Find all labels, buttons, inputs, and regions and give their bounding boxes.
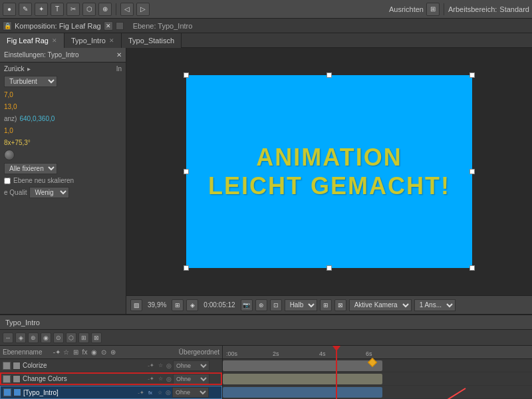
checkbox-label-1: Ebene neu skalieren	[13, 177, 74, 184]
quality-select[interactable]: Halb	[285, 299, 317, 311]
value-3: 640,0,360,0	[19, 115, 55, 122]
handle-tm[interactable]	[327, 72, 332, 78]
tab-fig-leaf-rag[interactable]: Fig Leaf Rag ✕	[0, 33, 65, 48]
preview-tb-icon3[interactable]: ◈	[186, 299, 198, 311]
lc2-icon-2: ☆	[156, 375, 164, 383]
handle-tr[interactable]	[469, 72, 475, 78]
link-select-1[interactable]: Ohne	[173, 360, 209, 371]
preview-canvas: ANIMATION LEICHT GEMACHT!	[126, 48, 532, 295]
checkbox-skalieren[interactable]	[4, 178, 11, 184]
panel-row-val5: 8x+75,3°	[0, 136, 126, 148]
preview-tb-icon7[interactable]: ⊞	[320, 299, 332, 311]
main-layout: Einstellungen: Typo_Intro ✕ Zurück ▸ In …	[0, 48, 532, 314]
panel-row-circle	[0, 148, 126, 162]
handle-bm[interactable]	[327, 265, 332, 271]
toolbar-icon-5[interactable]: ✂	[66, 3, 80, 16]
preview-tb-icon8[interactable]: ⊠	[334, 299, 346, 311]
lc-icon-2: ☆	[156, 362, 164, 370]
tab-typo-intro[interactable]: Typo_Intro ✕	[65, 33, 122, 48]
preview-tb-icon5[interactable]: ⊛	[255, 299, 267, 311]
toolbar-icon-1[interactable]: ●	[3, 3, 16, 16]
comp-close-icon[interactable]: ✕	[104, 21, 113, 31]
tl-icon-3[interactable]: ⊛	[28, 332, 39, 343]
svg-line-1	[439, 388, 466, 399]
toolbar-nav-prev[interactable]: ◁	[120, 3, 134, 16]
layer-row-change-colors[interactable]: Change Colors -✦ ☆ ◎ Ohne	[0, 372, 222, 386]
preview-tb-icon6[interactable]: ⊡	[270, 299, 282, 311]
tab-typo-statisch[interactable]: Typo_Statisch	[122, 33, 182, 48]
layer-eye-3[interactable]	[3, 388, 11, 396]
tl-icon-4[interactable]: ◉	[41, 332, 51, 343]
toolbar-icon-7[interactable]: ⊕	[98, 3, 112, 16]
preview-area: ANIMATION LEICHT GEMACHT! ▨ 39,9% ⊞ ◈ 0:…	[126, 48, 532, 314]
handle-br[interactable]	[469, 265, 475, 271]
fix-dropdown[interactable]: Alle fixieren	[4, 163, 57, 174]
layer-row-colorize[interactable]: Colorize -✦ ☆ ◎ Ohne	[0, 359, 222, 372]
track-row-colorize	[223, 359, 532, 372]
preview-line1: ANIMATION	[208, 143, 450, 172]
tl-icon-5[interactable]: ⊙	[53, 332, 64, 343]
panel-close[interactable]: ✕	[116, 51, 122, 59]
tl-icon-2[interactable]: ◈	[15, 332, 26, 343]
preview-tb-icon1[interactable]: ▨	[130, 299, 142, 311]
lock-icon[interactable]: 🔒	[3, 21, 12, 31]
checkbox-row-1: Ebene neu skalieren	[0, 176, 126, 186]
col-icon-3: ⊞	[72, 348, 80, 356]
handle-ml[interactable]	[184, 169, 189, 174]
tab-close-2[interactable]: ✕	[109, 37, 114, 44]
top-toolbar: ● ✎ ✦ T ✂ ⬡ ⊕ ◁ ▷ Ausrichten ⊞ Arbeitsbe…	[0, 0, 532, 19]
view-select[interactable]: 1 Ans...	[414, 299, 456, 311]
toolbar-icon-4[interactable]: T	[51, 3, 64, 16]
tl-icon-7[interactable]: ⊞	[78, 332, 89, 343]
tl-icon-6[interactable]: ⬡	[66, 332, 76, 343]
panel-row-dropdown[interactable]: Turbulent	[0, 74, 126, 88]
preview-zoom[interactable]: 39,9%	[145, 301, 169, 309]
camera-select[interactable]: Aktive Kamera	[349, 299, 412, 311]
circle-control[interactable]	[4, 150, 15, 160]
quality-label: e Qualit	[4, 189, 27, 196]
preview-tb-icon4[interactable]: 📷	[241, 299, 253, 311]
layer-eye-1[interactable]	[3, 362, 11, 370]
tl-icon-8[interactable]: ⊠	[91, 332, 102, 343]
panel-row-back: Zurück ▸ In	[0, 63, 126, 74]
col-icon-7: ⊛	[109, 348, 117, 356]
quality-dropdown[interactable]: Wenig	[29, 187, 69, 198]
back-icon: ▸	[27, 65, 31, 72]
col-icon-6: ⊙	[100, 348, 108, 356]
playhead-head	[332, 346, 340, 351]
link-select-3[interactable]: Ohne	[172, 387, 209, 398]
info-icon: In	[116, 65, 122, 72]
layer-controls-3: -✦ fx ☆	[137, 388, 164, 396]
lc3-icon-2: ☆	[156, 388, 164, 396]
handle-mr[interactable]	[469, 169, 475, 174]
separator-1	[116, 3, 116, 15]
turbulent-dropdown[interactable]: Turbulent	[4, 76, 57, 87]
toolbar-icon-3[interactable]: ✦	[35, 3, 48, 16]
track-row-change-colors	[223, 372, 532, 386]
layer-color-2	[13, 375, 21, 383]
link-icon-2: ◎	[166, 376, 172, 382]
layer-link-2: ◎ Ohne	[166, 374, 219, 384]
workspace-value: Standard	[499, 5, 529, 13]
lc2-icon-1: -✦	[147, 375, 155, 383]
layer-eye-2[interactable]	[3, 375, 11, 383]
preview-tb-icon2[interactable]: ⊞	[172, 299, 184, 311]
handle-tl[interactable]	[184, 72, 189, 78]
link-icon-1: ◎	[166, 362, 172, 369]
value-4: 1,0	[4, 127, 13, 134]
time-indicator[interactable]	[336, 346, 337, 399]
panel-row-quality: e Qualit Wenig	[0, 186, 126, 200]
tl-icon-1[interactable]: ↔	[3, 332, 13, 343]
layer-row-typo-intro[interactable]: [Typo_Intro] -✦ fx ☆ ◎ Ohne	[0, 386, 222, 399]
toolbar-icon-6[interactable]: ⬡	[82, 3, 96, 16]
value-2: 13,0	[4, 103, 17, 110]
tab-close-1[interactable]: ✕	[52, 37, 57, 44]
timeline-title: Typo_Intro	[5, 319, 40, 327]
layer-name-typo-intro: [Typo_Intro]	[23, 389, 135, 396]
preview-line2: LEICHT GEMACHT!	[208, 172, 450, 200]
toolbar-nav-next[interactable]: ▷	[136, 3, 150, 16]
toolbar-icon-2[interactable]: ✎	[19, 3, 32, 16]
handle-bl[interactable]	[184, 265, 189, 271]
align-icon[interactable]: ⊞	[426, 3, 440, 16]
link-select-2[interactable]: Ohne	[173, 374, 209, 384]
